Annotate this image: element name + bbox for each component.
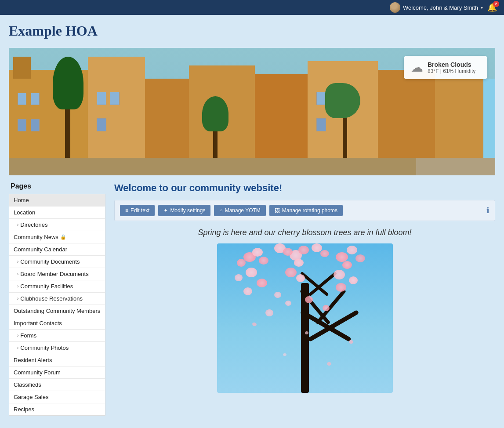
manage-yotm-label: Manage YOTM xyxy=(225,207,261,214)
sidebar-item-label: Community News xyxy=(14,234,58,240)
sidebar-item-label: Outstanding Community Members xyxy=(14,308,100,314)
chevron-right-icon: › xyxy=(17,296,18,301)
weather-details: 83°F | 61% Humidity xyxy=(428,68,475,74)
notification-badge: 2 xyxy=(493,1,499,7)
manage-photos-label: Manage rotating photos xyxy=(282,207,337,214)
sidebar-item-community-photos[interactable]: › Community Photos xyxy=(9,342,105,354)
edit-text-button[interactable]: ≡ Edit text xyxy=(120,205,155,216)
sidebar-item-community-calendar[interactable]: Community Calendar xyxy=(9,243,105,256)
cloud-icon: ☁ xyxy=(411,60,423,75)
sidebar-nav: Home Location › Directories Community Ne… xyxy=(9,194,105,416)
sidebar-item-label: Community Photos xyxy=(20,345,69,351)
sidebar-item-community-forum[interactable]: Community Forum xyxy=(9,366,105,379)
weather-condition: Broken Clouds xyxy=(428,61,475,68)
sidebar-item-label: Resident Alerts xyxy=(14,357,52,363)
sidebar-item-community-news[interactable]: Community News 🔒 xyxy=(9,231,105,243)
chevron-right-icon: › xyxy=(17,259,18,264)
sidebar-item-forms[interactable]: › Forms xyxy=(9,330,105,342)
sidebar-item-community-facilities[interactable]: › Community Facilities xyxy=(9,280,105,293)
sidebar-item-outstanding-community-members[interactable]: Outstanding Community Members xyxy=(9,305,105,317)
content-toolbar: ≡ Edit text ✦ Modify settings ⌂ Manage Y… xyxy=(114,200,495,221)
weather-info: Broken Clouds 83°F | 61% Humidity xyxy=(428,61,475,74)
sidebar-item-label: Location xyxy=(14,209,35,216)
sidebar-item-recipes[interactable]: Recipes xyxy=(9,403,105,415)
chevron-down-icon: ▾ xyxy=(481,5,483,10)
sidebar-item-directories[interactable]: › Directories xyxy=(9,219,105,231)
welcome-text: Welcome, John & Mary Smith xyxy=(403,4,478,11)
sidebar-item-label: Forms xyxy=(20,332,36,339)
chevron-right-icon: › xyxy=(17,345,18,350)
chevron-right-icon: › xyxy=(17,333,18,338)
sidebar-item-classifieds[interactable]: Classifieds xyxy=(9,379,105,391)
sidebar-item-label: Home xyxy=(14,197,29,203)
main-layout: Pages Home Location › Directories Commun… xyxy=(9,182,495,416)
chevron-right-icon: › xyxy=(17,284,18,289)
sidebar-item-label: Board Member Documents xyxy=(20,271,88,277)
edit-text-label: Edit text xyxy=(131,207,149,214)
hero-banner: ☁ Broken Clouds 83°F | 61% Humidity xyxy=(9,48,495,175)
house-icon: ⌂ xyxy=(219,207,222,214)
welcome-message: Spring is here and our cherry blossom tr… xyxy=(114,228,495,237)
modify-settings-button[interactable]: ✦ Modify settings xyxy=(158,205,210,216)
blossom-image xyxy=(217,243,393,393)
settings-icon: ✦ xyxy=(163,207,168,214)
sidebar-item-label: Community Forum xyxy=(14,369,61,376)
sidebar: Pages Home Location › Directories Commun… xyxy=(9,182,105,416)
user-menu[interactable]: Welcome, John & Mary Smith ▾ xyxy=(390,2,483,13)
sidebar-item-garage-sales[interactable]: Garage Sales xyxy=(9,391,105,403)
notifications-button[interactable]: 🔔 2 xyxy=(487,3,497,12)
sidebar-item-label: Clubhouse Reservations xyxy=(20,295,83,302)
sidebar-item-location[interactable]: Location xyxy=(9,207,105,219)
sidebar-item-label: Important Contacts xyxy=(14,320,62,326)
sidebar-item-label: Community Facilities xyxy=(20,283,73,290)
manage-yotm-button[interactable]: ⌂ Manage YOTM xyxy=(214,205,265,216)
blossom-scene xyxy=(217,243,393,393)
edit-icon: ≡ xyxy=(125,207,128,214)
sidebar-item-label: Directories xyxy=(20,221,47,228)
sidebar-item-board-member-documents[interactable]: › Board Member Documents xyxy=(9,268,105,280)
top-navigation-bar: Welcome, John & Mary Smith ▾ 🔔 2 xyxy=(0,0,504,15)
sidebar-item-label: Recipes xyxy=(14,406,34,413)
sidebar-item-community-documents[interactable]: › Community Documents xyxy=(9,256,105,268)
site-title: Example HOA xyxy=(9,23,495,39)
sidebar-item-home[interactable]: Home xyxy=(9,194,105,207)
modify-settings-label: Modify settings xyxy=(170,207,205,214)
sidebar-item-important-contacts[interactable]: Important Contacts xyxy=(9,317,105,330)
sidebar-item-label: Garage Sales xyxy=(14,394,49,400)
sidebar-item-resident-alerts[interactable]: Resident Alerts xyxy=(9,354,105,366)
page-heading: Welcome to our community website! xyxy=(114,182,495,194)
sidebar-item-label: Community Calendar xyxy=(14,246,67,253)
sidebar-item-label: Community Documents xyxy=(20,258,80,265)
sidebar-pages-label: Pages xyxy=(9,182,105,190)
chevron-right-icon: › xyxy=(17,272,18,276)
image-icon: 🖼 xyxy=(275,207,280,214)
site-header: Example HOA xyxy=(0,15,504,48)
user-avatar xyxy=(390,2,400,13)
chevron-right-icon: › xyxy=(17,222,18,227)
lock-icon: 🔒 xyxy=(60,234,66,240)
sidebar-item-clubhouse-reservations[interactable]: › Clubhouse Reservations xyxy=(9,293,105,305)
sidebar-item-label: Classifieds xyxy=(14,381,41,388)
manage-photos-button[interactable]: 🖼 Manage rotating photos xyxy=(269,205,343,216)
info-icon[interactable]: ℹ xyxy=(486,206,489,215)
main-content: Welcome to our community website! ≡ Edit… xyxy=(114,182,495,393)
weather-widget: ☁ Broken Clouds 83°F | 61% Humidity xyxy=(404,56,487,79)
